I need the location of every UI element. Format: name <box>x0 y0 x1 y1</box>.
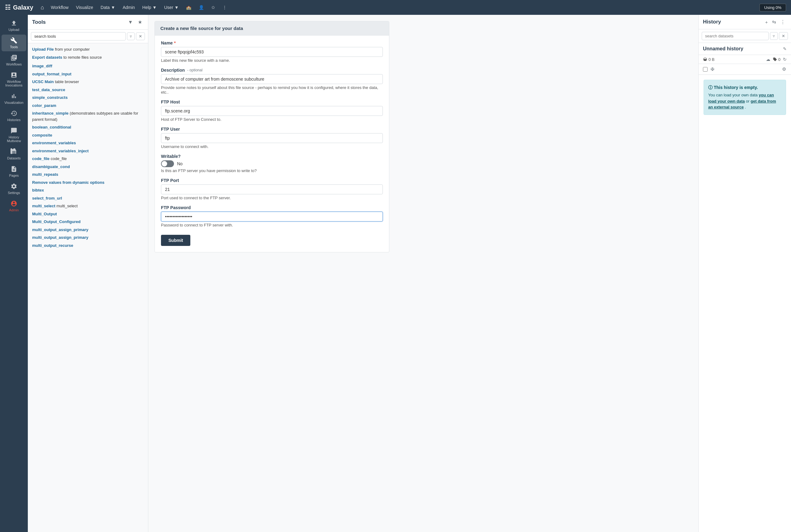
sidebar-item-workflows[interactable]: Workflows <box>2 52 26 69</box>
tools-search-filter-btn[interactable]: ▿ <box>127 33 135 40</box>
history-select-all-checkbox[interactable] <box>703 67 708 72</box>
history-switch-btn[interactable]: ⇆ <box>771 19 778 25</box>
tool-item-multi-output-assign-primary-1[interactable]: multi_output_assign_primary <box>32 226 144 234</box>
tool-item-inheritance-simple[interactable]: inheritance_simple (demonstrates subtype… <box>32 109 144 123</box>
tool-item-multi-output-recurse[interactable]: multi_output_recurse <box>32 242 144 250</box>
history-panel: History + ⇆ ⋮ ▿ ✕ Unnamed history ✎ 0 B … <box>698 15 791 532</box>
invocations-icon <box>11 72 17 78</box>
history-header: History + ⇆ ⋮ <box>699 15 791 30</box>
tool-item-simple-constructs[interactable]: simple_constructs <box>32 94 144 102</box>
user-dropdown-arrow: ▼ <box>174 5 179 10</box>
sidebar-item-settings[interactable]: Settings <box>2 180 26 197</box>
nav-apps-icon[interactable]: ⋮ <box>219 4 230 11</box>
form-group-writable: Writable? No Is this an FTP server you h… <box>161 154 383 173</box>
name-input[interactable] <box>161 47 383 57</box>
history-search-bar: ▿ ✕ <box>699 30 791 43</box>
sidebar-item-datasets[interactable]: Datasets <box>2 146 26 163</box>
tool-item-disambiguate-cond[interactable]: disambiguate_cond <box>32 163 144 171</box>
nav-help-link[interactable]: Help ▼ <box>139 4 160 11</box>
tools-dropdown-btn[interactable]: ▼ <box>126 19 134 26</box>
tool-item-remove-values[interactable]: Remove values from dynamic options <box>32 178 144 187</box>
tool-item-multi-repeats[interactable]: multi_repeats <box>32 171 144 178</box>
tool-item-multi-output-assign-primary-2[interactable]: multi_output_assign_primary <box>32 233 144 242</box>
sidebar-item-visualization[interactable]: Visualization <box>2 90 26 107</box>
visualization-icon <box>11 93 17 99</box>
history-panel-title: History <box>703 19 721 25</box>
usage-button[interactable]: Using 0% <box>759 4 786 12</box>
form-label-ftp-host: FTP Host <box>161 99 383 104</box>
history-cloud-icon[interactable]: ☁ <box>766 57 770 62</box>
tool-item-boolean-conditional[interactable]: boolean_conditional <box>32 123 144 131</box>
history-expand-btn[interactable]: ✠ <box>710 66 715 72</box>
form-group-ftp-host: FTP Host Host of FTP Server to Connect t… <box>161 99 383 122</box>
tool-item-color-param[interactable]: color_param <box>32 102 144 110</box>
sidebar-item-histories[interactable]: Histories <box>2 108 26 124</box>
tool-item-multi-output-configured[interactable]: Multi_Output_Configured <box>32 218 144 226</box>
sidebar-item-pages[interactable]: Pages <box>2 163 26 180</box>
history-search-filter-btn[interactable]: ▿ <box>770 32 778 40</box>
form-label-ftp-port: FTP Port <box>161 178 383 183</box>
home-button[interactable]: ⌂ <box>38 3 46 12</box>
tool-item-multi-select[interactable]: multi_select multi_select <box>32 202 144 210</box>
sidebar-item-history-multiview[interactable]: History Multiview <box>2 125 26 145</box>
history-size-stat: 0 B <box>703 57 715 62</box>
upload-file-link[interactable]: Upload File <box>32 47 54 52</box>
nav-data-link[interactable]: Data ▼ <box>98 4 118 11</box>
history-datasets-count: 0 <box>778 57 780 62</box>
data-dropdown-arrow: ▼ <box>111 5 115 10</box>
tool-item-code-file[interactable]: code_file code_file <box>32 155 144 163</box>
tool-item-output-format-input[interactable]: output_format_input <box>32 70 144 78</box>
history-size-value: 0 B <box>709 57 715 62</box>
sidebar-item-label: Pages <box>9 174 19 177</box>
tool-item-environment-variables[interactable]: environment_variables <box>32 139 144 147</box>
nav-visualize-link[interactable]: Visualize <box>73 4 96 11</box>
description-input[interactable] <box>161 74 383 84</box>
history-header-actions: + ⇆ ⋮ <box>764 19 787 25</box>
writable-toggle[interactable] <box>161 160 174 167</box>
history-settings-btn[interactable]: ⚙ <box>781 66 787 73</box>
sidebar-item-tools[interactable]: Tools <box>2 35 26 51</box>
nav-graduation-icon[interactable]: 🏫 <box>183 4 194 11</box>
tool-item-test-data-source[interactable]: test_data_source <box>32 86 144 94</box>
name-required-marker: * <box>174 40 175 45</box>
sidebar-item-upload[interactable]: Upload <box>2 17 26 34</box>
tool-item-composite[interactable]: composite <box>32 131 144 139</box>
tool-item-multi-output[interactable]: Multi_Output <box>32 210 144 218</box>
export-datasets-rest: to remote files source <box>63 55 102 60</box>
tool-item-export: Export datasets to remote files source <box>32 54 144 60</box>
nav-user-link[interactable]: User ▼ <box>161 4 182 11</box>
nav-star-icon[interactable]: ✩ <box>208 4 218 11</box>
ftp-port-input[interactable] <box>161 185 383 194</box>
tools-search-bar: ▿ ✕ <box>28 30 148 43</box>
submit-button[interactable]: Submit <box>161 235 190 246</box>
search-datasets-input[interactable] <box>702 32 769 40</box>
sidebar-item-admin[interactable]: Admin <box>2 198 26 214</box>
history-add-btn[interactable]: + <box>764 19 769 25</box>
form-label-ftp-password: FTP Password <box>161 205 383 210</box>
export-datasets-link[interactable]: Export datasets <box>32 55 62 60</box>
sidebar-item-workflow-invocations[interactable]: Workflow Invocations <box>2 69 26 90</box>
history-toolbar-left: ✠ <box>703 66 715 72</box>
tools-search-clear-btn[interactable]: ✕ <box>136 33 145 40</box>
search-tools-input[interactable] <box>31 32 126 40</box>
history-edit-name-btn[interactable]: ✎ <box>783 46 787 51</box>
nav-workflow-link[interactable]: Workflow <box>48 4 71 11</box>
ftp-password-input[interactable] <box>161 212 383 222</box>
nav-person-icon[interactable]: 👤 <box>195 4 207 11</box>
history-refresh-btn[interactable]: ↻ <box>783 57 787 62</box>
tool-item-bibtex[interactable]: bibtex <box>32 186 144 194</box>
form-card-title: Create a new file source for your data <box>155 21 389 36</box>
nav-admin-link[interactable]: Admin <box>119 4 138 11</box>
database-icon <box>703 57 707 61</box>
ftp-user-input[interactable] <box>161 133 383 143</box>
brand-logo[interactable]: ☷ Galaxy <box>5 4 33 11</box>
history-search-clear-btn[interactable]: ✕ <box>779 32 788 40</box>
tools-star-btn[interactable]: ★ <box>136 19 144 26</box>
tool-item-ucsc-main[interactable]: UCSC Main table browser <box>32 78 144 86</box>
ftp-password-help-text: Password to connect to FTP server with. <box>161 223 383 227</box>
tool-item-select-from-url[interactable]: select_from_url <box>32 194 144 202</box>
history-menu-btn[interactable]: ⋮ <box>779 19 787 25</box>
ftp-host-input[interactable] <box>161 106 383 116</box>
tool-item-environment-variables-inject[interactable]: environment_variables_inject <box>32 147 144 155</box>
tool-item-image-diff[interactable]: image_diff <box>32 62 144 70</box>
